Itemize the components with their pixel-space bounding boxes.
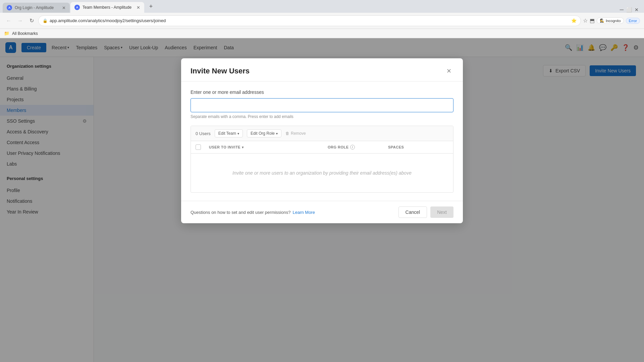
- bookmarks-bar: 📁 All Bookmarks: [0, 29, 644, 38]
- checkbox-header[interactable]: [196, 144, 201, 150]
- modal-header: Invite New Users ✕: [181, 58, 463, 81]
- col-user-label: USER TO INVITE: [209, 145, 240, 149]
- incognito-label: Incognito: [606, 19, 621, 23]
- app-container: A Create Recent ▾ Templates Spaces ▾ Use…: [0, 38, 644, 362]
- table-empty-state: Invite one or more users to an organizat…: [191, 154, 453, 192]
- modal-body: Enter one or more email addresses Separa…: [181, 81, 463, 201]
- nav-forward[interactable]: →: [15, 16, 25, 25]
- browser-tab-1[interactable]: A Org Login - Amplitude ✕: [3, 3, 70, 13]
- bookmarks-label: All Bookmarks: [12, 31, 38, 36]
- edit-org-role-chevron: ▾: [276, 132, 278, 135]
- table-toolbar: 0 Users Edit Team ▾ Edit Org Role ▾: [191, 126, 453, 141]
- col-user-dropdown-icon[interactable]: ▾: [242, 145, 244, 149]
- next-button[interactable]: Next: [430, 206, 453, 218]
- address-bar[interactable]: 🔒 app.amplitude.com/analytics/moodjoy2/s…: [38, 15, 581, 26]
- window-minimize[interactable]: ─: [620, 7, 624, 13]
- error-badge[interactable]: Error: [626, 18, 640, 24]
- user-count-label: 0 Users: [196, 131, 211, 136]
- tab2-favicon: A: [74, 5, 80, 10]
- edit-org-role-label: Edit Org Role: [251, 131, 275, 136]
- invite-modal: Invite New Users ✕ Enter one or more ema…: [181, 58, 463, 223]
- lock-icon: 🔒: [43, 18, 48, 23]
- address-text: app.amplitude.com/analytics/moodjoy2/set…: [50, 18, 166, 23]
- bookmark-icon[interactable]: ☆: [583, 17, 588, 24]
- table-empty-message: Invite one or more users to an organizat…: [198, 170, 446, 176]
- learn-more-link[interactable]: Learn More: [292, 210, 315, 215]
- footer-question: Questions on how to set and edit user pe…: [191, 210, 290, 215]
- new-tab-button[interactable]: +: [146, 2, 156, 11]
- col-spaces-label: SPACES: [388, 145, 404, 149]
- modal-title: Invite New Users: [191, 67, 250, 75]
- browser-toolbar-actions: ☆ ⬒ 🕵 Incognito Error: [583, 17, 640, 24]
- footer-actions: Cancel Next: [398, 206, 453, 218]
- content-area: ⬇ Export CSV Invite New Users Invite New…: [94, 57, 644, 362]
- email-hint: Separate emails with a comma. Press ente…: [191, 114, 453, 119]
- incognito-icon: 🕵: [600, 18, 604, 23]
- browser-tab-2[interactable]: A Team Members - Amplitude ✕: [70, 2, 144, 13]
- tab2-close[interactable]: ✕: [137, 5, 140, 10]
- window-maximize[interactable]: ⬜: [626, 7, 632, 12]
- edit-team-chevron: ▾: [237, 132, 239, 135]
- error-label: Error: [629, 19, 637, 23]
- modal-close-button[interactable]: ✕: [444, 66, 453, 76]
- remove-icon: 🗑: [285, 131, 289, 136]
- email-label: Enter one or more email addresses: [191, 89, 453, 95]
- users-table-container: 0 Users Edit Team ▾ Edit Org Role ▾: [191, 126, 453, 193]
- tab1-close[interactable]: ✕: [62, 5, 66, 10]
- bookmarks-folder-icon: 📁: [4, 31, 9, 36]
- tab1-favicon: A: [7, 5, 12, 10]
- tab2-label: Team Members - Amplitude: [83, 5, 134, 10]
- col-org-role-label: ORG ROLE: [328, 145, 349, 149]
- main-content: Organization settings General Plans & Bi…: [0, 57, 644, 362]
- incognito-badge: 🕵 Incognito: [597, 17, 624, 24]
- browser-toolbar: ← → ↻ 🔒 app.amplitude.com/analytics/mood…: [0, 13, 644, 29]
- col-org-role-info-icon: i: [350, 145, 355, 149]
- col-user-to-invite: USER TO INVITE ▾: [209, 145, 328, 149]
- edit-team-label: Edit Team: [218, 131, 236, 136]
- col-spaces: SPACES: [388, 145, 448, 149]
- remove-label: Remove: [291, 131, 306, 136]
- nav-refresh[interactable]: ↻: [27, 16, 36, 25]
- nav-back[interactable]: ←: [4, 16, 13, 25]
- tab-groups-icon[interactable]: ⬒: [590, 17, 595, 24]
- edit-team-button[interactable]: Edit Team ▾: [215, 129, 243, 137]
- modal-overlay: Invite New Users ✕ Enter one or more ema…: [94, 57, 644, 362]
- browser-chrome: A Org Login - Amplitude ✕ A Team Members…: [0, 0, 644, 38]
- email-input[interactable]: [191, 98, 453, 112]
- table-header: USER TO INVITE ▾ ORG ROLE i SPACES: [191, 141, 453, 154]
- cancel-button[interactable]: Cancel: [398, 206, 427, 218]
- remove-button[interactable]: 🗑 Remove: [285, 131, 306, 136]
- modal-footer: Questions on how to set and edit user pe…: [181, 201, 463, 223]
- window-close[interactable]: ✕: [635, 7, 639, 12]
- col-org-role: ORG ROLE i: [328, 145, 388, 149]
- browser-tabs-bar: A Org Login - Amplitude ✕ A Team Members…: [0, 0, 644, 13]
- edit-org-role-button[interactable]: Edit Org Role ▾: [247, 129, 281, 137]
- tab1-label: Org Login - Amplitude: [15, 5, 59, 10]
